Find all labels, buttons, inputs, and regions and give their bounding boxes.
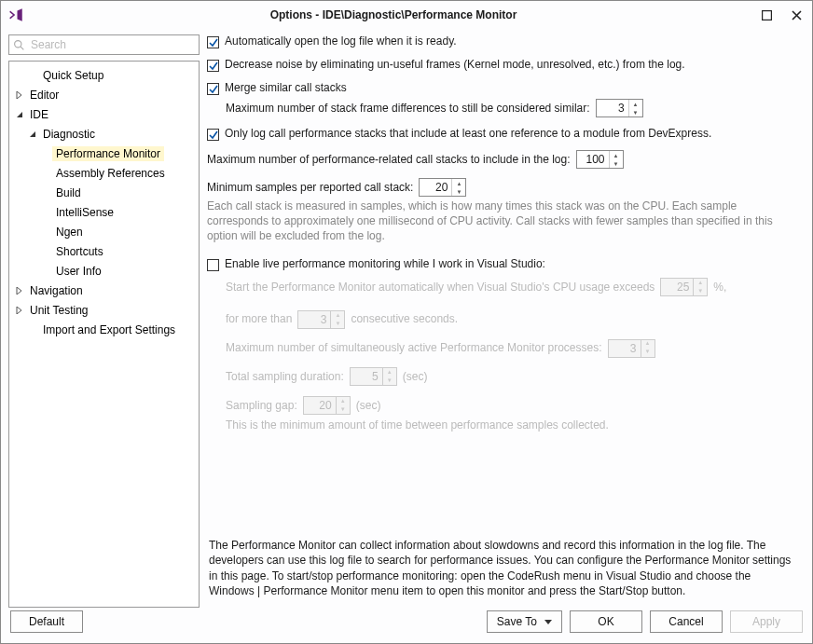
left-pane: Quick Setup Editor IDE Diagnostic Perfor…: [8, 34, 200, 608]
chevron-down-icon[interactable]: [26, 128, 39, 141]
checkbox-decrease-noise[interactable]: [207, 60, 219, 72]
tree-item-ide[interactable]: IDE: [9, 104, 199, 124]
dialog-footer: Default Save To OK Cancel Apply: [1, 608, 812, 643]
spin-up-icon[interactable]: ▲: [452, 179, 465, 187]
checkbox-auto-open[interactable]: [207, 36, 219, 48]
label-live-start-mid: for more than: [226, 308, 292, 330]
spin-down-icon: ▼: [383, 377, 396, 385]
svg-line-2: [21, 47, 23, 49]
default-button[interactable]: Default: [10, 610, 83, 633]
spinner-total-duration: ▲▼: [350, 367, 397, 386]
tree-item-unit-testing[interactable]: Unit Testing: [9, 300, 199, 320]
label-live-start-pre: Start the Performance Monitor automatica…: [226, 277, 655, 298]
input-total-duration: [351, 368, 382, 385]
label-only-devexpress: Only log call performance stacks that in…: [225, 127, 711, 140]
chevron-down-icon[interactable]: [13, 108, 26, 121]
ok-button[interactable]: OK: [570, 610, 642, 633]
label-sec-unit-2: (sec): [356, 395, 381, 417]
hint-sampling-gap: This is the minimum amount of time betwe…: [226, 418, 801, 432]
input-cpu-pct: [661, 279, 693, 295]
spinner-max-diff[interactable]: ▲▼: [596, 99, 643, 117]
chevron-right-icon[interactable]: [13, 89, 26, 102]
label-pct-unit: %,: [713, 277, 726, 298]
spinner-cpu-pct: ▲▼: [660, 278, 708, 296]
spinner-cpu-seconds: ▲▼: [297, 310, 345, 329]
search-input[interactable]: [29, 37, 195, 52]
spin-down-icon: ▼: [694, 287, 707, 295]
spinner-maxproc: ▲▼: [608, 339, 655, 358]
titlebar: Options - IDE\Diagnostic\Performance Mon…: [1, 1, 812, 29]
tree-item-assembly-references[interactable]: Assembly References: [9, 163, 199, 183]
cancel-button[interactable]: Cancel: [650, 610, 723, 633]
tree-item-import-export[interactable]: Import and Export Settings: [9, 320, 199, 339]
spin-down-icon: ▼: [331, 320, 344, 328]
spinner-min-samples[interactable]: ▲▼: [419, 178, 466, 197]
search-icon: [13, 39, 25, 51]
save-to-button[interactable]: Save To: [487, 610, 562, 633]
chevron-right-icon[interactable]: [13, 284, 26, 297]
tree-item-shortcuts[interactable]: Shortcuts: [9, 241, 199, 261]
svg-rect-0: [762, 10, 771, 20]
label-min-samples: Minimum samples per reported call stack:: [207, 181, 413, 194]
spin-up-icon[interactable]: ▲: [610, 151, 623, 159]
tree-item-quick-setup[interactable]: Quick Setup: [9, 65, 199, 85]
label-live-start-post: consecutive seconds.: [351, 308, 458, 330]
tree-item-diagnostic[interactable]: Diagnostic: [9, 124, 199, 144]
label-decrease-noise: Decrease noise by eliminating un-useful …: [225, 58, 685, 71]
tree-item-intellisense[interactable]: IntelliSense: [9, 202, 199, 222]
label-auto-open: Automatically open the log file when it …: [225, 34, 457, 48]
label-merge-stacks: Merge similar call stacks: [225, 81, 347, 94]
tree-item-build[interactable]: Build: [9, 183, 199, 202]
input-cpu-seconds: [298, 311, 330, 328]
spinner-max-stacks[interactable]: ▲▼: [576, 150, 624, 169]
label-max-diff: Maximum number of stack frame difference…: [226, 102, 590, 115]
spinner-sampling-gap: ▲▼: [303, 396, 351, 415]
label-max-stacks: Maximum number of performance-related ca…: [207, 153, 571, 166]
input-max-stacks[interactable]: [577, 151, 609, 168]
checkbox-only-devexpress[interactable]: [207, 129, 219, 141]
label-live-maxproc: Maximum number of simultaneously active …: [226, 337, 602, 359]
tree-item-performance-monitor[interactable]: Performance Monitor: [9, 144, 199, 163]
dialog-body: Quick Setup Editor IDE Diagnostic Perfor…: [1, 29, 812, 608]
chevron-right-icon[interactable]: [13, 304, 26, 317]
spin-down-icon[interactable]: ▼: [629, 108, 642, 116]
input-max-diff[interactable]: [597, 100, 628, 116]
svg-point-1: [15, 40, 21, 47]
spin-down-icon: ▼: [337, 405, 350, 414]
tree-item-ngen[interactable]: Ngen: [9, 222, 199, 241]
label-live-total: Total sampling duration:: [226, 366, 344, 388]
close-button[interactable]: [786, 5, 806, 25]
maximize-button[interactable]: [756, 5, 777, 25]
window-title: Options - IDE\Diagnostic\Performance Mon…: [31, 8, 756, 21]
apply-button[interactable]: Apply: [730, 610, 803, 633]
checkbox-merge-stacks[interactable]: [207, 83, 219, 95]
spin-down-icon: ▼: [641, 349, 655, 357]
tree-item-navigation[interactable]: Navigation: [9, 281, 199, 300]
tree-item-user-info[interactable]: User Info: [9, 261, 199, 281]
spin-down-icon[interactable]: ▼: [610, 159, 623, 168]
label-sec-unit: (sec): [403, 366, 428, 388]
app-logo-icon: [7, 6, 25, 24]
hint-min-samples: Each call stack is measured in samples, …: [207, 199, 801, 244]
description-text: The Performance Monitor can collect info…: [207, 530, 801, 608]
options-tree[interactable]: Quick Setup Editor IDE Diagnostic Perfor…: [8, 61, 200, 608]
tree-item-editor[interactable]: Editor: [9, 85, 199, 104]
search-field-wrap[interactable]: [8, 34, 200, 55]
checkbox-enable-live[interactable]: [207, 259, 219, 271]
input-maxproc: [609, 340, 641, 357]
spin-down-icon[interactable]: ▼: [452, 187, 465, 196]
settings-panel: Automatically open the log file when it …: [207, 34, 805, 608]
options-dialog: Options - IDE\Diagnostic\Performance Mon…: [0, 0, 813, 644]
label-enable-live: Enable live performance monitoring while…: [225, 257, 545, 270]
input-sampling-gap: [304, 397, 336, 414]
input-min-samples[interactable]: [420, 179, 451, 196]
label-live-gap: Sampling gap:: [226, 395, 297, 417]
spin-up-icon[interactable]: ▲: [629, 100, 642, 108]
